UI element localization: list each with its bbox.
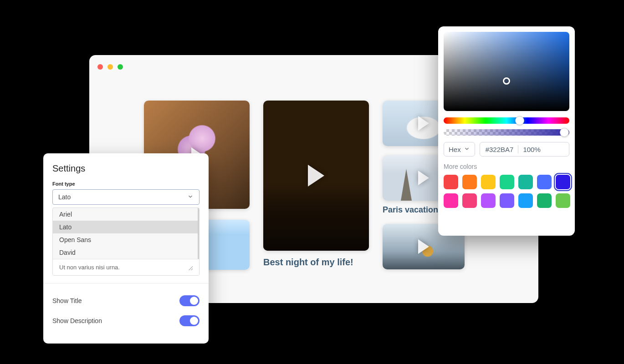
hex-value: #322BA7 <box>486 146 514 153</box>
color-swatch[interactable] <box>556 175 570 189</box>
hue-slider[interactable] <box>444 117 569 124</box>
color-swatch[interactable] <box>537 175 552 189</box>
color-mode-value: Hex <box>449 146 461 153</box>
font-type-label: Font type <box>52 181 199 187</box>
window-minimize-dot[interactable] <box>107 64 113 70</box>
color-value-row: Hex #322BA7 100% <box>444 142 569 157</box>
play-icon <box>418 171 429 185</box>
alpha-slider[interactable] <box>444 129 569 136</box>
color-swatch[interactable] <box>462 175 477 189</box>
play-icon <box>308 165 324 187</box>
sv-cursor[interactable] <box>503 77 510 85</box>
alpha-thumb[interactable] <box>560 128 568 136</box>
color-swatch[interactable] <box>518 193 533 208</box>
description-value: Ut non varius nisi urna. <box>59 264 120 271</box>
show-title-toggle[interactable] <box>179 295 199 306</box>
font-type-select[interactable]: Lato <box>52 189 199 205</box>
gallery-col-2: Best night of my life! <box>263 101 369 270</box>
description-textarea[interactable]: Ut non varius nisi urna. <box>53 259 199 275</box>
color-value-input[interactable]: #322BA7 100% <box>480 142 569 157</box>
color-swatch[interactable] <box>537 193 552 208</box>
toggle-label: Show Title <box>52 297 82 304</box>
settings-panel: Settings Font type Lato Ariel Lato Open … <box>43 153 209 344</box>
window-close-dot[interactable] <box>97 64 103 70</box>
color-mode-select[interactable]: Hex <box>444 142 475 157</box>
color-swatch[interactable] <box>500 175 514 189</box>
color-swatch[interactable] <box>444 193 458 208</box>
hue-thumb[interactable] <box>516 116 524 125</box>
resize-grip-icon[interactable] <box>187 265 193 270</box>
video-caption: Best night of my life! <box>263 257 369 268</box>
color-swatch[interactable] <box>481 193 496 208</box>
color-swatch[interactable] <box>444 175 458 189</box>
font-option[interactable]: Ariel <box>53 208 198 221</box>
video-thumb-concert[interactable] <box>263 101 369 251</box>
play-icon <box>418 116 429 131</box>
more-colors-label: More colors <box>444 163 569 170</box>
settings-title: Settings <box>52 163 199 174</box>
color-swatch[interactable] <box>518 175 533 189</box>
font-option[interactable]: Open Sans <box>53 233 198 246</box>
saturation-value-area[interactable] <box>444 32 569 111</box>
font-type-dropdown: Ariel Lato Open Sans David Ut non varius… <box>52 207 199 276</box>
play-icon <box>418 239 429 254</box>
color-swatch[interactable] <box>462 193 477 208</box>
toggle-label: Show Description <box>52 317 102 324</box>
font-option[interactable]: David <box>53 246 198 259</box>
color-swatches <box>444 175 569 208</box>
color-picker-panel: Hex #322BA7 100% More colors <box>438 26 575 236</box>
font-option[interactable]: Lato <box>53 221 198 233</box>
font-type-value: Lato <box>58 193 71 201</box>
chevron-down-icon <box>187 193 194 201</box>
show-description-toggle[interactable] <box>179 315 199 326</box>
toggle-row-show-description: Show Description <box>52 311 199 331</box>
window-zoom-dot[interactable] <box>118 64 123 70</box>
toggle-row-show-title: Show Title <box>52 291 199 311</box>
color-swatch[interactable] <box>556 193 570 208</box>
separator <box>518 145 518 153</box>
color-swatch[interactable] <box>500 193 514 208</box>
traffic-lights <box>97 64 123 70</box>
opacity-value: 100% <box>523 146 540 153</box>
divider <box>43 283 209 283</box>
color-swatch[interactable] <box>481 175 496 189</box>
chevron-down-icon <box>464 146 470 153</box>
